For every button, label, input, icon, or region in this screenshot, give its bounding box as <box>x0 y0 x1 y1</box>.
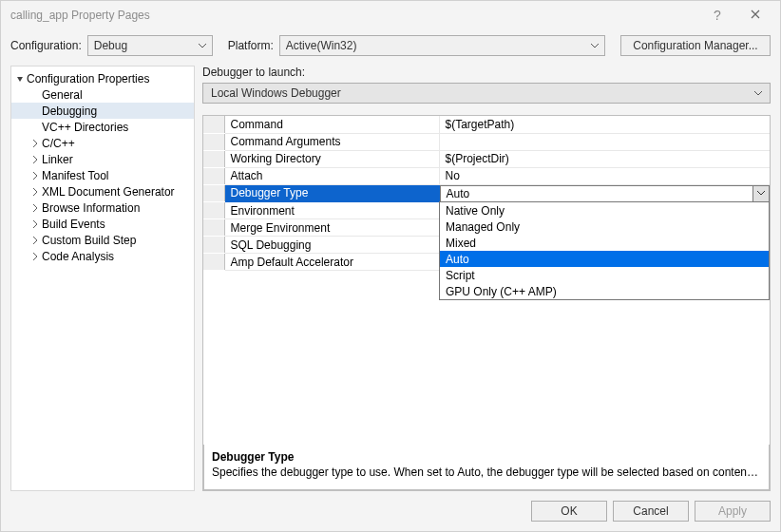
debugger-launch-label: Debugger to launch: <box>202 66 771 79</box>
chevron-right-icon <box>29 140 42 147</box>
property-value-text: Auto <box>441 187 753 200</box>
tree-item-label: Linker <box>42 153 73 166</box>
property-value[interactable]: $(ProjectDir) <box>439 150 770 167</box>
row-gutter <box>203 237 224 254</box>
property-name: Command Arguments <box>224 133 439 150</box>
configuration-select[interactable]: Debug <box>87 35 213 56</box>
debugger-launch-value: Local Windows Debugger <box>211 86 341 100</box>
property-value[interactable]: Auto <box>439 184 770 202</box>
property-grid: Command$(TargetPath)Command ArgumentsWor… <box>202 115 771 491</box>
dialog-buttons: OK Cancel Apply <box>1 495 780 531</box>
chevron-down-icon <box>754 91 762 96</box>
chevron-down-icon <box>591 44 599 48</box>
configuration-manager-button[interactable]: Configuration Manager... <box>620 35 771 56</box>
dropdown-item[interactable]: GPU Only (C++ AMP) <box>440 283 769 299</box>
chevron-right-icon <box>29 188 42 196</box>
description-body: Specifies the debugger type to use. When… <box>212 466 761 479</box>
apply-button[interactable]: Apply <box>695 501 771 522</box>
window-title: calling_app Property Pages <box>10 9 698 22</box>
tree-item[interactable]: Custom Build Step <box>11 232 194 248</box>
chevron-down-icon[interactable] <box>752 186 769 201</box>
property-row[interactable]: AttachNo <box>203 167 770 184</box>
row-gutter <box>203 167 224 184</box>
chevron-right-icon <box>29 220 42 228</box>
row-gutter <box>203 116 224 133</box>
tree-item[interactable]: VC++ Directories <box>11 119 194 135</box>
property-row[interactable]: Command$(TargetPath) <box>203 116 770 133</box>
platform-label: Platform: <box>228 39 274 52</box>
dropdown-item[interactable]: Mixed <box>440 235 769 251</box>
tree-item[interactable]: Linker <box>11 151 194 167</box>
row-gutter <box>203 202 224 219</box>
chevron-down-icon <box>199 44 206 48</box>
right-column: Debugger to launch: Local Windows Debugg… <box>202 66 771 491</box>
property-pages-dialog: calling_app Property Pages ? Configurati… <box>0 0 781 532</box>
property-value[interactable]: $(TargetPath) <box>439 116 770 133</box>
tree-item-label: General <box>42 88 83 102</box>
chevron-right-icon <box>29 253 42 260</box>
row-gutter <box>203 184 224 202</box>
dropdown-item[interactable]: Script <box>440 267 769 283</box>
chevron-down-icon <box>13 75 27 83</box>
property-row[interactable]: Working Directory$(ProjectDir) <box>203 150 770 167</box>
row-gutter <box>203 219 224 237</box>
property-name: Attach <box>224 167 439 184</box>
property-name: Merge Environment <box>224 219 439 237</box>
close-icon[interactable] <box>736 9 774 22</box>
cancel-button[interactable]: Cancel <box>613 501 689 522</box>
tree-root[interactable]: Configuration Properties <box>11 70 194 86</box>
tree-item[interactable]: C/C++ <box>11 135 194 151</box>
tree-item-label: Debugging <box>42 104 97 118</box>
row-gutter <box>203 150 224 167</box>
description-panel: Debugger Type Specifies the debugger typ… <box>203 445 770 490</box>
row-gutter <box>203 133 224 150</box>
property-name: Environment <box>224 202 439 219</box>
tree-item-label: C/C++ <box>42 137 75 150</box>
tree-item[interactable]: XML Document Generator <box>11 183 194 200</box>
property-row[interactable]: Command Arguments <box>203 133 770 150</box>
platform-select[interactable]: Active(Win32) <box>279 35 605 56</box>
property-value[interactable]: No <box>439 167 770 184</box>
dropdown-item[interactable]: Managed Only <box>440 218 769 235</box>
config-row: Configuration: Debug Platform: Active(Wi… <box>1 29 780 66</box>
titlebar: calling_app Property Pages ? <box>1 1 780 29</box>
dropdown-item[interactable]: Native Only <box>440 202 769 218</box>
chevron-right-icon <box>29 156 42 163</box>
platform-value: Active(Win32) <box>286 39 357 52</box>
tree-item-label: VC++ Directories <box>42 121 128 134</box>
tree-item[interactable]: General <box>11 86 194 103</box>
chevron-right-icon <box>29 204 42 212</box>
tree-item-label: Build Events <box>42 218 105 231</box>
ok-button[interactable]: OK <box>531 501 607 522</box>
main-area: Configuration Properties GeneralDebuggin… <box>1 66 780 495</box>
property-row[interactable]: Debugger TypeAuto <box>203 184 770 202</box>
property-name: Working Directory <box>224 150 439 167</box>
configuration-value: Debug <box>94 39 127 52</box>
debugger-launch-select[interactable]: Local Windows Debugger <box>202 83 771 104</box>
debugger-type-dropdown[interactable]: Native OnlyManaged OnlyMixedAutoScriptGP… <box>439 201 770 300</box>
configuration-label: Configuration: <box>10 39 82 52</box>
tree-item-label: Browse Information <box>42 201 140 215</box>
help-icon[interactable]: ? <box>698 8 736 23</box>
property-value[interactable] <box>439 133 770 150</box>
config-tree: Configuration Properties GeneralDebuggin… <box>10 66 195 491</box>
dropdown-item[interactable]: Auto <box>440 251 769 267</box>
chevron-right-icon <box>29 237 42 244</box>
tree-item[interactable]: Manifest Tool <box>11 167 194 183</box>
tree-root-label: Configuration Properties <box>27 72 149 86</box>
property-name: Command <box>224 116 439 133</box>
tree-item-label: Manifest Tool <box>42 169 108 182</box>
description-title: Debugger Type <box>212 450 761 464</box>
property-name: Amp Default Accelerator <box>224 254 439 271</box>
property-name: Debugger Type <box>224 184 439 202</box>
row-gutter <box>203 254 224 271</box>
tree-item[interactable]: Browse Information <box>11 200 194 216</box>
tree-item-label: Custom Build Step <box>42 234 136 247</box>
tree-item[interactable]: Build Events <box>11 216 194 232</box>
tree-item[interactable]: Debugging <box>11 103 194 119</box>
tree-item-label: Code Analysis <box>42 250 114 263</box>
property-name: SQL Debugging <box>224 237 439 254</box>
chevron-right-icon <box>29 172 42 180</box>
tree-item[interactable]: Code Analysis <box>11 248 194 264</box>
tree-item-label: XML Document Generator <box>42 185 175 199</box>
